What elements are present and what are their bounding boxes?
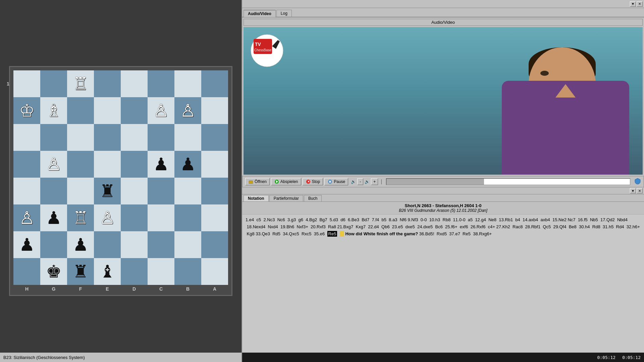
- tab-log[interactable]: Log: [276, 10, 292, 17]
- square-a3[interactable]: [201, 124, 228, 151]
- square-c3[interactable]: [148, 124, 174, 151]
- piece-f8: ♜: [73, 261, 89, 282]
- game-players: Short,N 2663 - Stefansson,H 2604 1-0: [245, 203, 641, 208]
- square-f3[interactable]: [67, 124, 94, 151]
- square-d1[interactable]: [121, 70, 148, 97]
- square-c7[interactable]: [148, 231, 174, 258]
- pause-button[interactable]: Pause: [324, 178, 348, 185]
- square-g2[interactable]: ♗: [40, 97, 67, 124]
- square-d4[interactable]: [121, 151, 148, 178]
- notation-close[interactable]: ✕: [637, 188, 643, 193]
- notation-scroll-down[interactable]: ▼: [630, 188, 636, 193]
- square-b1[interactable]: [174, 70, 201, 97]
- square-d2[interactable]: [121, 97, 148, 124]
- square-f8[interactable]: ♜: [67, 258, 94, 285]
- notation-content[interactable]: 1.e4 c5 2.Nc3 Nc6 3.g3 g6 4.Bg2 Bg7 5.d3…: [242, 215, 644, 353]
- square-e3[interactable]: [94, 124, 121, 151]
- square-b5[interactable]: [174, 178, 201, 204]
- file-a: A: [201, 286, 228, 292]
- square-c4[interactable]: ♟: [148, 151, 174, 178]
- square-c1[interactable]: [148, 70, 174, 97]
- tab-audio-video[interactable]: Audio/Video: [244, 10, 276, 17]
- open-button[interactable]: Öffnen: [245, 178, 270, 185]
- tab-partieformular[interactable]: Partieformular: [269, 195, 303, 201]
- left-panel: 1 ♖ ♔ ♗ ♙ ♙: [0, 0, 241, 362]
- file-f: F: [67, 286, 94, 292]
- square-b3[interactable]: [174, 124, 201, 151]
- square-f1[interactable]: ♖: [67, 70, 94, 97]
- square-f6[interactable]: ♖: [67, 204, 94, 231]
- square-g8[interactable]: ♚: [40, 258, 67, 285]
- game-event: B26 VIII Gudmundur Arason (5) 12.01.2002…: [245, 208, 641, 213]
- progress-bar[interactable]: [386, 178, 630, 185]
- square-h6[interactable]: ♙: [13, 204, 40, 231]
- tab-buch[interactable]: Buch: [304, 195, 322, 201]
- square-e4[interactable]: [94, 151, 121, 178]
- square-h7[interactable]: ♟: [13, 231, 40, 258]
- square-b8[interactable]: [174, 258, 201, 285]
- square-g6[interactable]: ♟: [40, 204, 67, 231]
- square-f2[interactable]: [67, 97, 94, 124]
- square-c2[interactable]: ♙: [148, 97, 174, 124]
- square-g5[interactable]: [40, 178, 67, 204]
- square-h8[interactable]: [13, 258, 40, 285]
- square-b6[interactable]: [174, 204, 201, 231]
- square-b4[interactable]: ♟: [174, 151, 201, 178]
- square-h2[interactable]: ♔: [13, 97, 40, 124]
- square-h4[interactable]: [13, 151, 40, 178]
- square-g1[interactable]: [40, 70, 67, 97]
- square-d6[interactable]: [121, 204, 148, 231]
- square-a4[interactable]: [201, 151, 228, 178]
- stop-label: Stop: [312, 179, 320, 184]
- square-e2[interactable]: [94, 97, 121, 124]
- square-d8[interactable]: [121, 258, 148, 285]
- square-e5[interactable]: ♜: [94, 178, 121, 204]
- vol-plus-button[interactable]: +: [371, 178, 378, 185]
- square-g7[interactable]: [40, 231, 67, 258]
- square-b7[interactable]: [174, 231, 201, 258]
- main-tab-bar: Audio/Video Log: [242, 8, 644, 17]
- file-b: B: [174, 286, 201, 292]
- vol-minus-button[interactable]: -: [357, 178, 363, 185]
- square-h1[interactable]: 1: [13, 70, 40, 97]
- file-h: H: [13, 286, 40, 292]
- square-f7[interactable]: ♟: [67, 231, 94, 258]
- av-section: Audio/Video TV ChessBase: [242, 17, 644, 176]
- square-a8[interactable]: [201, 258, 228, 285]
- square-f4[interactable]: [67, 151, 94, 178]
- square-a2[interactable]: [201, 97, 228, 124]
- square-e6[interactable]: ♙: [94, 204, 121, 231]
- square-e7[interactable]: [94, 231, 121, 258]
- square-a6[interactable]: [201, 204, 228, 231]
- square-a1[interactable]: [201, 70, 228, 97]
- tab-notation[interactable]: Notation: [244, 195, 269, 201]
- square-h5[interactable]: [13, 178, 40, 204]
- close-button[interactable]: ✕: [637, 1, 643, 7]
- square-c5[interactable]: [148, 178, 174, 204]
- minimize-button[interactable]: ▼: [630, 1, 636, 7]
- square-a7[interactable]: [201, 231, 228, 258]
- square-b2[interactable]: ♙: [174, 97, 201, 124]
- stop-button[interactable]: ✕ Stop: [303, 178, 323, 185]
- open-label: Öffnen: [255, 179, 267, 184]
- time-total: 0:05:12: [622, 355, 641, 360]
- square-h3[interactable]: [13, 124, 40, 151]
- square-g3[interactable]: [40, 124, 67, 151]
- play-button[interactable]: Abspielen: [271, 178, 301, 185]
- pause-icon: [327, 179, 333, 184]
- file-g: G: [40, 286, 67, 292]
- notation-panel-title-bar: ▼ ✕: [242, 187, 644, 194]
- square-e8[interactable]: ♝: [94, 258, 121, 285]
- highlighted-move: Re5: [327, 231, 337, 237]
- square-d3[interactable]: [121, 124, 148, 151]
- square-e1[interactable]: [94, 70, 121, 97]
- svg-text:✕: ✕: [307, 180, 310, 183]
- square-c8[interactable]: [148, 258, 174, 285]
- square-g4[interactable]: ♙: [40, 151, 67, 178]
- square-d5[interactable]: [121, 178, 148, 204]
- piece-b4: ♟: [180, 154, 196, 174]
- square-c6[interactable]: [148, 204, 174, 231]
- square-a5[interactable]: [201, 178, 228, 204]
- square-d7[interactable]: [121, 231, 148, 258]
- square-f5[interactable]: [67, 178, 94, 204]
